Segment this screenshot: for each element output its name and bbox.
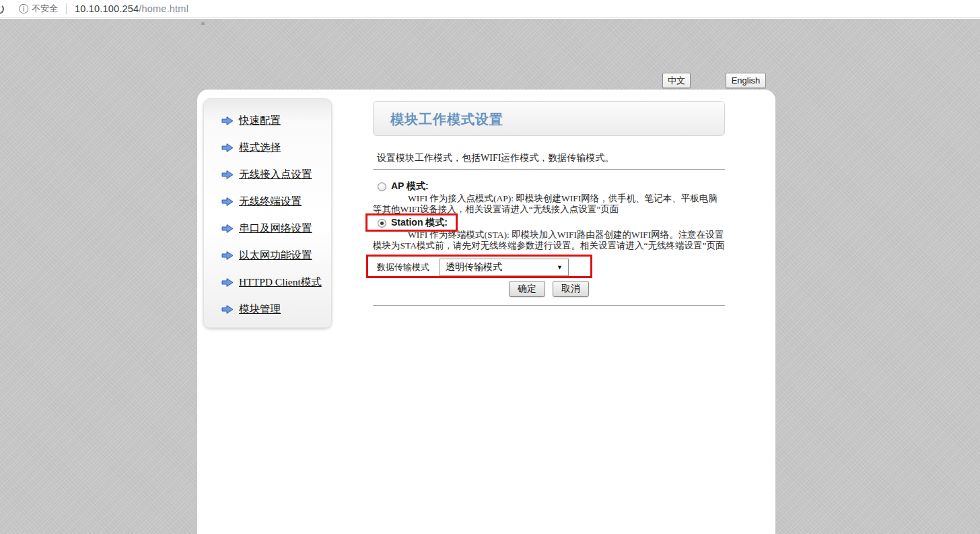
content-card: 快速配置 模式选择 无线接入点设置 无线终端设置 串口及网络设置 以太网功能设置 (197, 90, 775, 534)
sidebar-menu: 快速配置 模式选择 无线接入点设置 无线终端设置 串口及网络设置 以太网功能设置 (203, 98, 332, 328)
sidebar-item-mode-select[interactable]: 模式选择 (204, 134, 331, 161)
browser-address-bar[interactable]: ⓘ 不安全 10.10.100.254/home.html (0, 0, 980, 18)
station-mode-radio[interactable] (378, 219, 386, 228)
chevron-down-icon: ▼ (557, 264, 563, 271)
transfer-mode-row: 数据传输模式 透明传输模式 ▼ (377, 258, 725, 276)
reload-icon[interactable] (0, 4, 4, 14)
language-chinese-button[interactable]: 中文 (662, 73, 691, 88)
info-icon[interactable]: ⓘ (19, 4, 28, 13)
transfer-mode-selected-option: 透明传输模式 (446, 261, 502, 273)
arrow-icon (221, 277, 234, 288)
ap-mode-radio[interactable] (378, 182, 386, 191)
mouse-cursor-artifact (201, 22, 205, 25)
sidebar-item-label: 模块管理 (239, 302, 281, 316)
cancel-button[interactable]: 取消 (553, 281, 589, 297)
sidebar-item-ap-settings[interactable]: 无线接入点设置 (204, 161, 331, 188)
address-divider (66, 3, 67, 14)
sidebar-item-ethernet[interactable]: 以太网功能设置 (204, 242, 331, 269)
arrow-icon (221, 224, 234, 234)
arrow-icon (221, 116, 234, 126)
ap-mode-row: AP 模式: (378, 181, 725, 192)
station-mode-description: WIFI 作为终端模式(STA): 即模块加入WIFI路由器创建的WIFI网络。… (373, 230, 725, 251)
arrow-icon (221, 251, 234, 261)
button-row: 确定 取消 (373, 281, 725, 297)
sidebar-item-label: HTTPD Client模式 (239, 275, 322, 290)
separator (373, 305, 725, 306)
page-background: 中文 English 快速配置 模式选择 无线接入点设置 无线终端设置 (0, 19, 980, 534)
ap-mode-label[interactable]: AP 模式: (391, 180, 429, 193)
title-box: 模块工作模式设置 (373, 101, 725, 136)
arrow-icon (221, 143, 234, 153)
url-text[interactable]: 10.10.100.254/home.html (75, 3, 188, 14)
sidebar-item-label: 无线终端设置 (239, 195, 302, 209)
sidebar-item-serial-network[interactable]: 串口及网络设置 (204, 215, 331, 242)
sidebar-item-quick-config[interactable]: 快速配置 (204, 107, 331, 134)
security-label: 不安全 (32, 3, 58, 15)
transfer-mode-select[interactable]: 透明传输模式 ▼ (440, 259, 569, 276)
main-panel: 模块工作模式设置 设置模块工作模式，包括WIFI运作模式，数据传输模式。 AP … (373, 101, 725, 306)
sidebar-item-label: 以太网功能设置 (239, 248, 312, 263)
sidebar-item-label: 模式选择 (239, 141, 281, 155)
page-title: 模块工作模式设置 (374, 102, 724, 137)
ap-mode-description: WIFI 作为接入点模式(AP): 即模块创建WIFI网络，供手机、笔记本、平板… (373, 193, 725, 215)
separator (373, 169, 725, 170)
url-path: /home.html (139, 3, 188, 14)
station-mode-row: Station 模式: (378, 218, 725, 228)
sidebar-item-sta-settings[interactable]: 无线终端设置 (204, 188, 331, 215)
language-english-button[interactable]: English (726, 73, 766, 88)
sidebar-item-module-management[interactable]: 模块管理 (204, 296, 331, 323)
sidebar-item-label: 串口及网络设置 (239, 222, 312, 236)
transfer-mode-label: 数据传输模式 (377, 261, 429, 273)
sidebar-item-label: 快速配置 (239, 114, 281, 128)
arrow-icon (221, 170, 234, 180)
arrow-icon (221, 304, 234, 314)
intro-text: 设置模块工作模式，包括WIFI运作模式，数据传输模式。 (377, 152, 725, 164)
station-mode-label[interactable]: Station 模式: (391, 217, 448, 229)
ok-button[interactable]: 确定 (509, 281, 545, 297)
url-host: 10.10.100.254 (75, 3, 139, 14)
sidebar-item-label: 无线接入点设置 (239, 168, 312, 182)
arrow-icon (221, 197, 234, 207)
sidebar-item-httpd-client[interactable]: HTTPD Client模式 (204, 269, 331, 296)
